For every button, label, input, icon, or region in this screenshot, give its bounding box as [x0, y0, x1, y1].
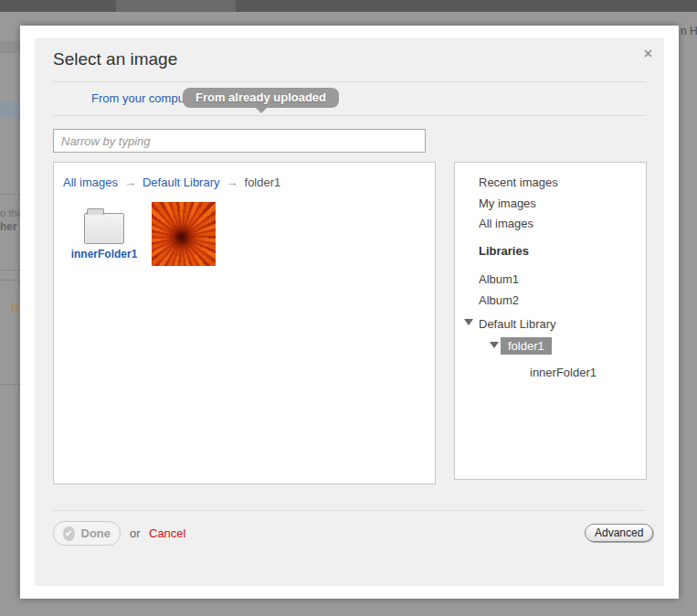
done-button-label: Done	[81, 526, 111, 540]
folder-item-label: innerFolder1	[69, 248, 140, 260]
nav-album2[interactable]: Album2	[479, 293, 519, 307]
tree-folder1-selected[interactable]: folder1	[501, 337, 552, 355]
chevron-down-icon[interactable]	[490, 342, 499, 348]
breadcrumb: All images→Default Library→folder1	[63, 175, 280, 189]
library-navigation-pane: Recent images My images All images Libra…	[454, 162, 647, 480]
background-text-fragment: her	[0, 220, 17, 233]
narrow-by-typing-input[interactable]	[53, 129, 426, 153]
chevron-down-icon[interactable]	[464, 319, 473, 325]
done-check-icon: ✔	[63, 526, 75, 541]
breadcrumb-arrow-icon: →	[124, 175, 136, 189]
nav-recent-images[interactable]: Recent images	[479, 175, 558, 189]
tree-innerfolder1[interactable]: innerFolder1	[530, 366, 597, 379]
nav-all-images[interactable]: All images	[479, 217, 533, 230]
or-text: or	[130, 526, 141, 540]
background-text-fragment: n Hi	[681, 25, 697, 37]
footer-divider	[53, 510, 646, 511]
background-dashed-line	[0, 194, 20, 195]
tree-default-library[interactable]: Default Library	[479, 317, 556, 331]
folder-item-innerfolder1[interactable]: innerFolder1	[69, 207, 140, 260]
breadcrumb-all-images[interactable]: All images	[63, 175, 118, 189]
libraries-heading: Libraries	[479, 244, 529, 258]
close-icon[interactable]: ×	[644, 47, 652, 61]
background-top-bar	[0, 0, 697, 12]
tab-from-already-uploaded[interactable]: From already uploaded	[183, 88, 339, 108]
background-top-bar-tab	[116, 0, 236, 12]
background-text-fragment: N	[11, 302, 19, 314]
done-button[interactable]: ✔ Done	[53, 521, 121, 546]
background-selected-row-fragment	[0, 102, 20, 118]
select-image-dialog: × Select an image From your computer Fro…	[20, 26, 679, 599]
nav-my-images[interactable]: My images	[479, 196, 536, 210]
breadcrumb-default-library[interactable]: Default Library	[143, 175, 220, 189]
dialog-panel: × Select an image From your computer Fro…	[35, 38, 664, 586]
cancel-link[interactable]: Cancel	[149, 526, 185, 540]
background-dashed-line	[0, 280, 20, 281]
page-background: n Hi o this her N × Select an image From…	[0, 0, 697, 616]
background-dashed-line	[0, 270, 20, 271]
title-divider	[53, 81, 646, 82]
background-dashed-line	[0, 384, 20, 385]
nav-album1[interactable]: Album1	[479, 272, 519, 286]
breadcrumb-arrow-icon: →	[227, 175, 238, 189]
breadcrumb-current-folder: folder1	[245, 175, 281, 189]
flower-image-thumbnail[interactable]	[152, 202, 216, 266]
dialog-title: Select an image	[53, 49, 177, 69]
advanced-button[interactable]: Advanced	[585, 524, 653, 542]
folder-icon	[84, 213, 124, 244]
tabs-divider	[53, 115, 646, 116]
image-browser-pane: All images→Default Library→folder1 inner…	[53, 162, 436, 484]
background-band	[0, 41, 20, 53]
